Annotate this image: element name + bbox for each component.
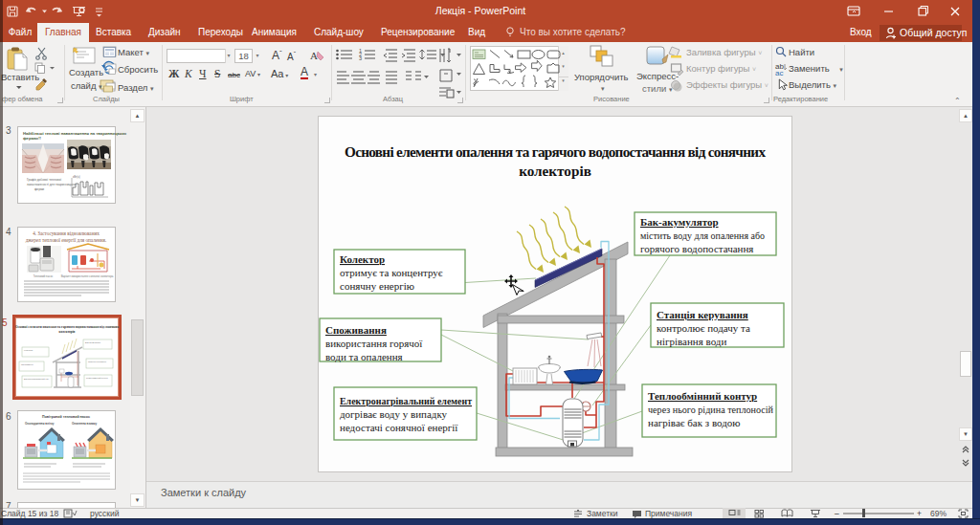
svg-text:Охолодження влітку: Охолодження влітку (25, 422, 55, 426)
svg-text:Бак-акумулятор: Бак-акумулятор (85, 341, 101, 343)
svg-text:колекторів: колекторів (59, 330, 76, 334)
svg-text:Варіант використання сонячної: Варіант використання сонячної колектора (61, 274, 114, 278)
svg-text:Теплообмінний контур: Теплообмінний контур (86, 377, 109, 379)
svg-text:джерел теплової енергії для оп: джерел теплової енергії для опалення. (26, 237, 107, 243)
svg-text:контролює подачу та: контролює подачу та (657, 322, 750, 334)
svg-text:кВт(ч): кВт(ч) (73, 175, 80, 179)
svg-text:Станція керування: Станція керування (88, 361, 107, 362)
svg-text:А: А (310, 50, 318, 61)
svg-text:Колектор: Колектор (24, 349, 33, 351)
svg-text:отримує та концентрує: отримує та концентрує (340, 267, 443, 278)
svg-text:нігрівання води: нігрівання води (657, 336, 726, 347)
svg-text:Графік добової теплової: Графік добової теплової (27, 178, 61, 182)
svg-text:догріває воду у випадку: догріває воду у випадку (340, 408, 448, 420)
svg-text:Електронагрівальний еле.: Електронагрівальний еле. (24, 378, 50, 380)
svg-text:Споживання: Споживання (21, 363, 33, 365)
svg-text:нагріває бак з водою: нагріває бак з водою (648, 417, 741, 428)
svg-text:горячого водопостачання: горячого водопостачання (640, 243, 753, 254)
svg-text:води та опалення: води та опалення (325, 351, 403, 362)
svg-text:завантаженості для тваринницьк: завантаженості для тваринницької (27, 183, 76, 186)
svg-text:Споживання: Споживання (325, 324, 387, 336)
svg-text:Колектор: Колектор (340, 253, 385, 265)
svg-text:Бак-акумулятор: Бак-акумулятор (640, 216, 719, 228)
svg-text:сонячну енергію: сонячну енергію (340, 280, 414, 292)
svg-text:ферми: ферми (34, 187, 44, 191)
svg-text:фермах!!: фермах!! (23, 136, 41, 141)
svg-text:Опалення взимку: Опалення взимку (72, 422, 97, 426)
svg-text:містить воду для опалення або: містить воду для опалення або (640, 230, 765, 241)
svg-text:Основні елементи опалення та г: Основні елементи опалення та гарячого во… (345, 143, 766, 160)
svg-text:Теплообмінний контур: Теплообмінний контур (648, 390, 757, 402)
svg-text:4. Застосування відновлюваних: 4. Застосування відновлюваних (33, 230, 100, 236)
svg-text:Електронагрівальний елемент: Електронагрівальний елемент (340, 395, 473, 406)
svg-text:використання горячої: використання горячої (325, 338, 423, 349)
svg-text:Основні елементи опалення та г: Основні елементи опалення та гарячого во… (15, 325, 119, 329)
svg-text:колекторів: колекторів (519, 163, 591, 179)
svg-text:Повітряний тепловий насос: Повітряний тепловий насос (42, 415, 90, 419)
svg-text:3: 3 (359, 55, 362, 61)
svg-text:Тепловий насос: Тепловий насос (33, 274, 54, 278)
svg-text:ac: ac (775, 69, 783, 77)
svg-text:через нього рідина теплоносій: через нього рідина теплоносій (648, 404, 773, 415)
svg-text:недостачі сонячної енергії: недостачі сонячної енергії (340, 422, 458, 433)
svg-text:Станція керування: Станція керування (657, 309, 748, 320)
